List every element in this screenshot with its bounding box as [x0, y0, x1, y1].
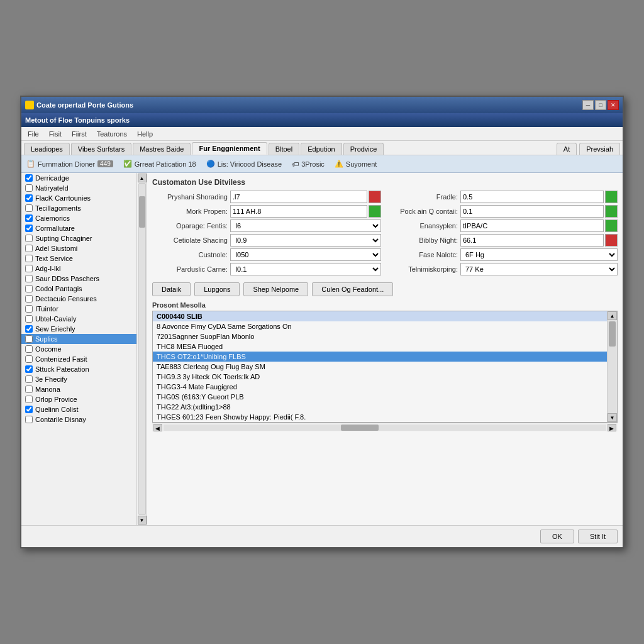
- sidebar-item-19[interactable]: Sttuck Patecation: [21, 364, 136, 374]
- sidebar-check-15[interactable]: [25, 325, 33, 333]
- menu-teaturons[interactable]: Teaturons: [93, 129, 131, 139]
- btn-lupgons[interactable]: Lupgons: [194, 282, 240, 296]
- input-biblby[interactable]: [460, 234, 604, 247]
- sidebar-check-16[interactable]: [25, 335, 33, 343]
- sidebar-item-21[interactable]: Manona: [21, 384, 136, 394]
- sidebar-item-5[interactable]: Cormallutare: [21, 223, 136, 233]
- tab-prevsiah[interactable]: Prevsiah: [579, 143, 620, 155]
- list-box[interactable]: C000440 SLIB 8 Aovonce Fimy CyDA Same So…: [153, 311, 607, 422]
- maximize-button[interactable]: □: [595, 100, 606, 110]
- sidebar-item-text-service[interactable]: Text Service: [21, 253, 136, 264]
- sidebar-item-2[interactable]: FlacK Carrtounies: [21, 193, 136, 203]
- h-scrollbar[interactable]: ◄ ►: [152, 423, 618, 431]
- sidebar-item-1[interactable]: Natiryateld: [21, 183, 136, 193]
- list-item-3[interactable]: THC8 MESA Fluoged: [153, 341, 607, 352]
- sidebar-check-2[interactable]: [25, 194, 33, 202]
- select-telnimis[interactable]: 77 Ke: [460, 263, 618, 275]
- tab-mastres[interactable]: Mastres Baide: [133, 143, 191, 155]
- h-scroll-track[interactable]: [164, 425, 606, 431]
- sidebar-item-9[interactable]: Adg-I-lkl: [21, 264, 136, 274]
- sidebar-check-10[interactable]: [25, 275, 33, 282]
- input-mork[interactable]: [230, 205, 367, 218]
- sidebar-item-7[interactable]: Adel Siustomi: [21, 243, 136, 253]
- sidebar-item-6[interactable]: Supting Chcaginer: [21, 233, 136, 243]
- list-item-1[interactable]: 8 Aovonce Fimy CyDA Same Sorgations On: [153, 321, 607, 331]
- sidebar-check-22[interactable]: [25, 396, 33, 403]
- sidebar-check-13[interactable]: [25, 305, 33, 313]
- tab-leadiopes[interactable]: Leadiopes: [24, 143, 70, 155]
- sidebar-item-13[interactable]: ITuintor: [21, 304, 136, 314]
- tab-bltoel[interactable]: Bltoel: [269, 143, 300, 155]
- input-pryshani[interactable]: [230, 191, 367, 203]
- list-scroll-down[interactable]: ▼: [608, 413, 617, 422]
- sidebar-item-17[interactable]: Oocome: [21, 344, 136, 354]
- sidebar-check-17[interactable]: [25, 345, 33, 353]
- sidebar-check-1[interactable]: [25, 184, 33, 192]
- list-scroll-track[interactable]: [608, 320, 617, 413]
- sidebar-item-23[interactable]: Quelinn Colist: [21, 404, 136, 414]
- sidebar-item-18[interactable]: Contenized Fasit: [21, 354, 136, 364]
- indicator-mork[interactable]: [369, 205, 381, 218]
- sidebar-check-5[interactable]: [25, 225, 33, 232]
- tab-at[interactable]: At: [557, 143, 577, 155]
- indicator-enansyplen[interactable]: [605, 219, 618, 232]
- select-cetiolate[interactable]: I0.9: [230, 234, 381, 247]
- ok-button[interactable]: OK: [540, 530, 574, 543]
- sidebar-check-11[interactable]: [25, 285, 33, 292]
- select-custnole[interactable]: I050: [230, 248, 381, 261]
- ribbon-viricood[interactable]: 🔵 Lis: Viricood Disease: [206, 160, 282, 168]
- sidebar-check-12[interactable]: [25, 295, 33, 303]
- scroll-up-arrow[interactable]: ▲: [138, 174, 147, 182]
- sidebar-item-12[interactable]: Dectacuio Fensures: [21, 294, 136, 304]
- btn-culen[interactable]: Culen Og Feadont...: [312, 282, 393, 296]
- input-enansyplen[interactable]: [460, 219, 604, 232]
- indicator-pryshani[interactable]: [369, 191, 381, 203]
- sidebar-check-8[interactable]: [25, 255, 33, 262]
- sidebar-check-9[interactable]: [25, 265, 33, 272]
- list-item-4[interactable]: THCS OT2:o1*Unibing FLBS: [153, 352, 607, 362]
- menu-fisit[interactable]: Fisit: [45, 129, 65, 139]
- list-item-5[interactable]: TAE883 Clerleag Oug Flug Bay SM: [153, 362, 607, 372]
- sidebar-item-3[interactable]: Tecillagoments: [21, 203, 136, 213]
- ribbon-prosic[interactable]: 🏷 3Prosic: [292, 160, 325, 168]
- input-fradle[interactable]: [460, 191, 604, 203]
- list-item-0[interactable]: C000440 SLIB: [153, 311, 607, 321]
- tab-fur[interactable]: Fur Enggnienment: [192, 142, 267, 155]
- tab-prodvice[interactable]: Prodvice: [343, 143, 384, 155]
- sidebar-item-24[interactable]: Contarile Disnay: [21, 414, 136, 425]
- minimize-button[interactable]: ─: [582, 100, 594, 110]
- sidebar-check-7[interactable]: [25, 245, 33, 252]
- sidebar-item-0[interactable]: Derricadge: [21, 173, 136, 183]
- scroll-down-arrow[interactable]: ▼: [138, 516, 147, 525]
- indicator-biblby[interactable]: [605, 234, 618, 247]
- list-scroll-up[interactable]: ▲: [608, 311, 617, 320]
- sidebar-check-21[interactable]: [25, 386, 33, 393]
- tab-vibes[interactable]: Vibes Surfstars: [71, 143, 131, 155]
- btn-dataik[interactable]: Dataik: [152, 282, 191, 296]
- sidebar-item-20[interactable]: 3e Fhecify: [21, 374, 136, 384]
- sidebar-check-6[interactable]: [25, 235, 33, 242]
- select-oparage[interactable]: I6: [230, 219, 381, 232]
- list-item-8[interactable]: THG0S (6163:Y Gueort PLB: [153, 392, 607, 402]
- list-item-6[interactable]: THG9.3 3y Hteck OK Toerls:lk AD: [153, 372, 607, 382]
- sidebar-item-suplics[interactable]: Suplics: [21, 334, 136, 344]
- select-parduslic[interactable]: I0.1: [230, 263, 381, 275]
- sidebar-check-14[interactable]: [25, 315, 33, 323]
- sidebar-check-20[interactable]: [25, 375, 33, 383]
- input-pock[interactable]: [460, 205, 604, 218]
- list-item-10[interactable]: THGES 601:23 Feen Showby Happy: Piedii( …: [153, 412, 607, 422]
- h-scroll-left[interactable]: ◄: [153, 424, 162, 431]
- ribbon-formation[interactable]: 📋 Furnmation Dioner 449: [26, 160, 113, 168]
- sidebar-item-22[interactable]: Orlop Provice: [21, 394, 136, 404]
- menu-hellp[interactable]: Hellp: [133, 129, 157, 139]
- ribbon-patication[interactable]: ✅ Grreat Patication 18: [123, 160, 196, 168]
- sidebar-check-18[interactable]: [25, 355, 33, 363]
- sidebar-item-15[interactable]: Sew Eriechly: [21, 324, 136, 334]
- sidebar-check-3[interactable]: [25, 204, 33, 212]
- list-item-9[interactable]: THG22 At3:(xdlting1>88: [153, 402, 607, 412]
- sidebar-check-19[interactable]: [25, 365, 33, 373]
- sidebar-check-23[interactable]: [25, 406, 33, 413]
- scroll-track[interactable]: [138, 183, 146, 515]
- cancel-button[interactable]: Stit It: [578, 530, 618, 543]
- sidebar-check-0[interactable]: [25, 174, 33, 182]
